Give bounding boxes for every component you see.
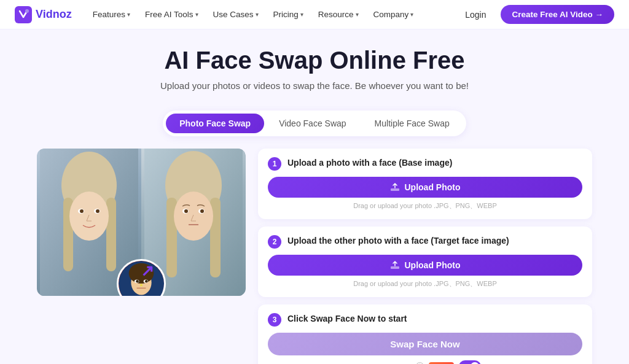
step-1-title: Upload a photo with a face (Base image): [287, 157, 452, 168]
main-content: ↗ 1 Upload a photo with a face (Base ima…: [0, 149, 629, 364]
swap-arrow-icon: ↗: [141, 261, 154, 281]
step-3-header: 3 Click Swap Face Now to start: [268, 313, 582, 327]
step-3-title: Click Swap Face Now to start: [287, 313, 407, 324]
step-3-card: 3 Click Swap Face Now to start Swap Face…: [258, 304, 592, 364]
svg-point-9: [80, 209, 84, 213]
step-2-number: 2: [268, 235, 281, 249]
svg-point-10: [96, 209, 100, 213]
chevron-down-icon: ▾: [127, 11, 130, 18]
svg-point-18: [184, 209, 188, 213]
svg-point-25: [136, 280, 139, 283]
svg-rect-29: [391, 266, 399, 269]
upload-icon: [390, 182, 400, 192]
upload-icon-2: [390, 260, 400, 270]
tabs-container: Photo Face Swap Video Face Swap Multiple…: [0, 110, 629, 136]
chevron-down-icon: ▾: [256, 11, 259, 18]
nav-use-cases[interactable]: Use Cases ▾: [207, 6, 265, 23]
svg-point-19: [200, 209, 204, 213]
chevron-down-icon: ▾: [195, 11, 198, 18]
nav-features[interactable]: Features ▾: [87, 6, 136, 23]
info-icon: ⓘ: [416, 361, 424, 364]
logo-icon: [15, 6, 32, 23]
high-quality-label: High quality: [369, 362, 411, 365]
image-preview-panel: ↗: [37, 149, 246, 364]
hero-subtitle: Upload your photos or videos to swap the…: [12, 80, 617, 91]
step-1-upload-hint: Drag or upload your photo .JPG、PNG、WEBP: [268, 201, 582, 211]
svg-point-6: [69, 192, 109, 241]
step-1-card: 1 Upload a photo with a face (Base image…: [258, 149, 592, 219]
hero-title: AI Face Swap Online Free: [12, 47, 617, 74]
quality-badge: 1080P: [429, 362, 454, 365]
chevron-down-icon: ▾: [300, 11, 303, 18]
nav-company[interactable]: Company ▾: [367, 6, 420, 23]
logo-text: Vidnoz: [36, 8, 72, 21]
svg-point-15: [174, 192, 213, 241]
before-after-images: ↗: [37, 149, 246, 296]
quality-toggle[interactable]: [459, 360, 481, 364]
nav-free-ai-tools[interactable]: Free AI Tools ▾: [139, 6, 205, 23]
tab-photo-face-swap[interactable]: Photo Face Swap: [166, 114, 264, 133]
nav-links: Features ▾ Free AI Tools ▾ Use Cases ▾ P…: [87, 6, 458, 23]
svg-rect-0: [15, 6, 32, 23]
upload-photo-2-button[interactable]: Upload Photo: [268, 255, 582, 276]
hero-section: AI Face Swap Online Free Upload your pho…: [0, 29, 629, 101]
chevron-down-icon: ▾: [356, 11, 359, 18]
step-1-header: 1 Upload a photo with a face (Base image…: [268, 157, 582, 171]
svg-point-1: [25, 9, 29, 13]
step-2-title: Upload the other photo with a face (Targ…: [287, 235, 509, 246]
step-1-number: 1: [268, 157, 281, 171]
tabs: Photo Face Swap Video Face Swap Multiple…: [163, 110, 466, 136]
swap-face-now-button[interactable]: Swap Face Now: [268, 333, 582, 355]
nav-pricing[interactable]: Pricing ▾: [267, 6, 310, 23]
step-2-header: 2 Upload the other photo with a face (Ta…: [268, 235, 582, 249]
step-2-card: 2 Upload the other photo with a face (Ta…: [258, 227, 592, 297]
tab-multiple-face-swap[interactable]: Multiple Face Swap: [361, 114, 463, 133]
nav-resource[interactable]: Resource ▾: [312, 6, 365, 23]
steps-panel: 1 Upload a photo with a face (Base image…: [258, 149, 592, 364]
navbar: Vidnoz Features ▾ Free AI Tools ▾ Use Ca…: [0, 0, 629, 29]
logo[interactable]: Vidnoz: [15, 6, 72, 23]
nav-actions: Login Create Free AI Video →: [458, 5, 614, 24]
create-free-video-button[interactable]: Create Free AI Video →: [501, 5, 614, 24]
svg-rect-28: [391, 188, 399, 191]
quality-row: High quality ⓘ 1080P: [268, 360, 582, 364]
login-button[interactable]: Login: [458, 6, 493, 23]
chevron-down-icon: ▾: [410, 11, 413, 18]
step-2-upload-hint: Drag or upload your photo .JPG、PNG、WEBP: [268, 279, 582, 288]
tab-video-face-swap[interactable]: Video Face Swap: [265, 114, 359, 133]
step-3-number: 3: [268, 313, 281, 327]
upload-photo-1-button[interactable]: Upload Photo: [268, 177, 582, 198]
